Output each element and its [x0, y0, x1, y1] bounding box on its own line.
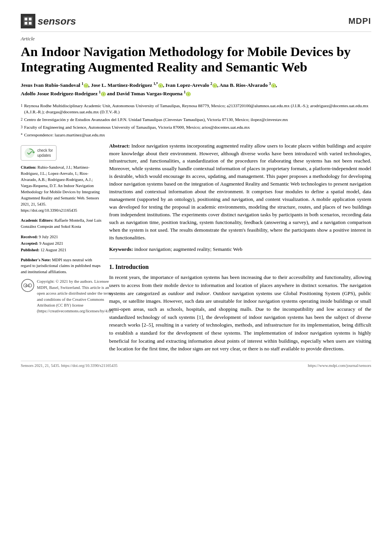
authors-line: Jesus Ivan Rubio-Sandoval 1, Jose L. Mar…	[21, 81, 371, 98]
editors-label: Academic Editors:	[21, 218, 53, 222]
author-2-line: Adolfo Josue Rodriguez-Rodriguez 1 and D…	[21, 91, 191, 96]
published-label: Published:	[21, 248, 40, 252]
footer-left: Sensors 2021, 21, 5435. https://doi.org/…	[21, 363, 118, 368]
page-header: sensors MDPI	[21, 14, 371, 32]
cc-icon: cc	[21, 279, 35, 292]
orcid-icon-1	[84, 83, 88, 88]
cc-license-text: Copyright: © 2021 by the authors. Licens…	[37, 279, 114, 314]
accepted-label: Accepted:	[21, 241, 38, 245]
author-2-sup: 1,*	[153, 82, 158, 86]
author-4-sup: 3	[269, 82, 271, 86]
article-type-label: Article	[21, 36, 371, 42]
publishers-note-label: Publisher's Note:	[21, 258, 51, 262]
affiliation-1: 1Reynosa Rodhe Multidisciplinary Academi…	[21, 103, 371, 115]
publishers-note: Publisher's Note: MDPI stays neutral wit…	[21, 257, 101, 275]
cc-license-block: cc Copyright: © 2021 by the authors. Lic…	[21, 279, 101, 314]
journal-logo-area: sensors	[21, 14, 76, 28]
dates-block: Received: 9 July 2021 Accepted: 9 August…	[21, 234, 101, 253]
abstract-block: Abstract: Indoor navigation systems inco…	[109, 142, 371, 242]
published-date: 12 August 2021	[40, 248, 66, 252]
affiliation-2: 2Centro de Investigación y de Estudios A…	[21, 117, 371, 123]
accepted-date: 9 August 2021	[39, 241, 63, 245]
paper-title: An Indoor Navigation Methodology for Mob…	[21, 44, 371, 75]
affiliation-correspondence: *Correspondence: lazaro.martinez@uat.edu…	[21, 132, 371, 138]
received-date: 9 July 2021	[39, 235, 58, 239]
citation-text: Rubio-Sandoval, J.I.; Martinez-Rodriguez…	[21, 165, 100, 212]
two-column-layout: check for updates Citation: Rubio-Sandov…	[21, 142, 371, 357]
orcid-icon-4	[271, 83, 276, 88]
orcid-icon-2	[158, 83, 163, 88]
sensors-icon	[21, 14, 35, 28]
journal-name: sensors	[38, 15, 76, 27]
check-updates-icon	[24, 148, 35, 158]
author-3-sup: 2	[210, 82, 212, 86]
keywords-block: Keywords: indoor navigation; augmented r…	[109, 245, 371, 253]
check-updates-text: check for updates	[37, 148, 53, 158]
svg-rect-1	[25, 18, 27, 20]
received-label: Received:	[21, 235, 38, 239]
abstract-text: Indoor navigation systems incorporating …	[109, 143, 371, 241]
section-1-title: 1. Introduction	[109, 264, 371, 270]
keywords-text: indoor navigation; augmented reality; Se…	[135, 246, 243, 252]
page-footer: Sensors 2021, 21, 5435. https://doi.org/…	[21, 361, 371, 368]
citation-label: Citation:	[21, 165, 37, 169]
orcid-icon-6	[186, 92, 191, 96]
mdpi-logo: MDPI	[348, 14, 371, 28]
svg-rect-2	[29, 18, 32, 20]
author-5-sup: 1	[99, 90, 101, 94]
svg-rect-4	[29, 22, 32, 25]
keywords-label: Keywords:	[109, 246, 133, 252]
affiliations-block: 1Reynosa Rodhe Multidisciplinary Academi…	[21, 103, 371, 138]
affiliation-3: 3Faculty of Engineering and Science, Aut…	[21, 124, 371, 131]
left-column: check for updates Citation: Rubio-Sandov…	[21, 142, 101, 357]
orcid-icon-5	[101, 92, 106, 96]
author-1: Jesus Ivan Rubio-Sandoval 1, Jose L. Mar…	[21, 82, 277, 88]
orcid-icon-3	[213, 83, 217, 88]
editors-block: Academic Editors: Raffaele Montella, Jos…	[21, 217, 101, 230]
author-1-sup: 1	[81, 82, 83, 86]
check-updates-badge[interactable]: check for updates	[21, 145, 56, 161]
right-column: Abstract: Indoor navigation systems inco…	[109, 142, 371, 357]
citation-block: Citation: Rubio-Sandoval, J.I.; Martinez…	[21, 164, 101, 214]
author-6-sup: 1	[184, 90, 186, 94]
footer-right: https://www.mdpi.com/journal/sensors	[308, 363, 371, 368]
svg-point-5	[25, 148, 35, 158]
svg-rect-3	[25, 22, 27, 25]
publisher-name: MDPI	[349, 16, 371, 26]
abstract-label: Abstract:	[109, 143, 130, 149]
section-1-paragraph-1: In recent years, the importance of navig…	[109, 274, 371, 353]
section-divider	[109, 259, 371, 259]
